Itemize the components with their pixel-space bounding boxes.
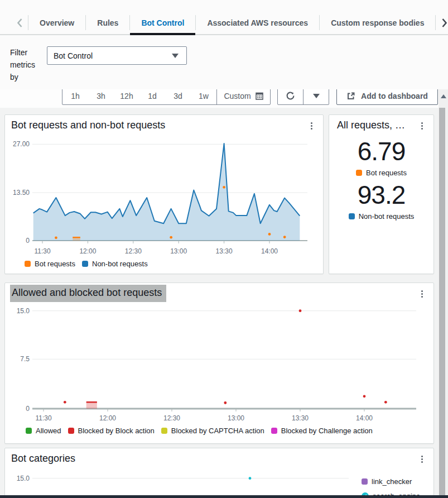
legend-dot — [362, 478, 368, 485]
tab-bot-control[interactable]: Bot Control — [130, 11, 195, 34]
svg-text:11:30: 11:30 — [35, 414, 51, 422]
tab-associated-aws-resources[interactable]: Associated AWS resources — [196, 11, 319, 34]
legend-item-allowed[interactable]: Allowed — [26, 427, 61, 435]
legend-label: Blocked by Challenge action — [281, 427, 373, 435]
stat-nonbot-requests: 93.2 Non-bot requests — [329, 180, 433, 221]
svg-text:12:00: 12:00 — [99, 414, 116, 422]
legend-label: Non-bot requests — [92, 260, 148, 268]
time-range-12h[interactable]: 12h — [114, 92, 139, 100]
legend-dot — [161, 428, 167, 434]
scrollbar-thumb[interactable] — [439, 108, 445, 495]
svg-text:7.5: 7.5 — [20, 355, 30, 363]
calendar-icon — [256, 92, 263, 100]
tab-bar-border — [0, 34, 448, 35]
legend-label: Blocked by Block action — [78, 427, 155, 435]
card-title: Bot requests and non-bot requests — [11, 119, 165, 131]
filter-metrics-label: Filter metrics by — [10, 46, 44, 83]
card-title-highlighted: Allowed and blocked bot requests — [10, 285, 166, 302]
legend-dot — [349, 213, 355, 219]
svg-text:14:00: 14:00 — [356, 414, 373, 422]
tab-custom-response-bodies[interactable]: Custom response bodies — [320, 11, 435, 34]
legend-item-bot-requests[interactable]: Bot requests — [25, 260, 75, 268]
tabs-scroll-left-button[interactable] — [11, 11, 28, 34]
legend-dot — [356, 170, 362, 176]
legend-label: Blocked by CAPTCHA action — [171, 427, 264, 435]
legend-dot — [68, 428, 74, 434]
card-all-requests: All requests, … 6.79 Bot requests 93.2 N… — [329, 114, 434, 274]
svg-text:15.0: 15.0 — [17, 475, 30, 482]
stat-label: Non-bot requests — [359, 212, 415, 221]
chevron-right-icon — [441, 18, 447, 28]
stat-label: Bot requests — [366, 169, 407, 177]
time-range-1h[interactable]: 1h — [62, 92, 88, 100]
vertical-scrollbar — [439, 89, 448, 495]
refresh-icon — [286, 91, 295, 100]
legend-item-link-checker[interactable]: link_checker — [362, 477, 412, 486]
stat-bot-requests: 6.79 Bot requests — [329, 136, 433, 177]
time-range-1d[interactable]: 1d — [139, 92, 165, 100]
card-title: Bot categories — [11, 453, 75, 465]
refresh-options-button[interactable] — [304, 89, 329, 104]
svg-text:13.50: 13.50 — [13, 189, 30, 197]
svg-text:14:00: 14:00 — [261, 247, 278, 255]
stat-legend[interactable]: Bot requests — [329, 169, 433, 177]
svg-text:12:30: 12:30 — [163, 414, 180, 422]
svg-text:0: 0 — [26, 405, 30, 413]
time-range-1w[interactable]: 1w — [191, 92, 216, 100]
legend-label: link_checker — [372, 477, 412, 486]
tab-bar: OverviewRulesBot ControlAssociated AWS r… — [0, 0, 448, 35]
tabs-scroll-right-button[interactable] — [436, 11, 448, 34]
custom-label: Custom — [224, 92, 251, 100]
svg-text:13:30: 13:30 — [216, 247, 233, 255]
svg-text:13:30: 13:30 — [292, 414, 309, 422]
legend-label: Bot requests — [35, 260, 75, 268]
card-menu-button[interactable] — [418, 454, 426, 464]
stat-value: 93.2 — [329, 180, 433, 210]
card-title: All requests, … — [337, 119, 405, 131]
time-range-control: 1h3h12h1d3d1wCustom — [62, 89, 271, 105]
svg-text:0: 0 — [26, 237, 30, 245]
card-menu-button[interactable] — [418, 289, 426, 299]
card-bot-requests: 27.0013.50011:3012:0012:3013:0013:3014:0… — [4, 114, 324, 274]
svg-text:13:00: 13:00 — [170, 247, 187, 255]
card-menu-button[interactable] — [307, 121, 315, 131]
tabs-row: OverviewRulesBot ControlAssociated AWS r… — [11, 11, 448, 34]
card-menu-button[interactable] — [418, 121, 426, 131]
filter-metrics-select[interactable]: Bot Control — [47, 46, 187, 65]
legend-item-blocked-by-block-action[interactable]: Blocked by Block action — [68, 427, 155, 435]
card-bot-categories: 15.0 Bot categories link_checker✓search_… — [4, 448, 434, 498]
tab-rules[interactable]: Rules — [86, 11, 129, 34]
chevron-left-icon — [17, 18, 23, 28]
card-allowed-blocked: 15.07.5011:3012:0012:3013:0013:3014:00 A… — [4, 282, 434, 444]
svg-text:13:00: 13:00 — [228, 414, 244, 422]
stat-value: 6.79 — [329, 136, 433, 166]
time-range-3d[interactable]: 3d — [165, 92, 191, 100]
export-icon — [346, 92, 355, 100]
footer-bar — [0, 495, 448, 498]
add-to-dashboard-button[interactable]: Add to dashboard — [336, 89, 438, 105]
chevron-down-icon — [172, 54, 179, 58]
refresh-button[interactable] — [278, 89, 303, 104]
legend-dot — [26, 428, 32, 434]
legend-item-non-bot-requests[interactable]: Non-bot requests — [82, 260, 148, 268]
svg-text:12:00: 12:00 — [79, 247, 96, 255]
tab-overview[interactable]: Overview — [28, 11, 85, 34]
legend-item-blocked-by-challenge-action[interactable]: Blocked by Challenge action — [271, 427, 373, 435]
refresh-control — [277, 89, 329, 105]
time-range-custom[interactable]: Custom — [217, 92, 270, 100]
time-range-3h[interactable]: 3h — [88, 92, 114, 100]
legend-dot — [271, 428, 277, 434]
legend-dot — [25, 261, 31, 267]
filter-select-value: Bot Control — [54, 51, 172, 60]
svg-text:27.00: 27.00 — [13, 140, 30, 148]
allowed-blocked-chart[interactable]: 15.07.5011:3012:0012:3013:0013:3014:00 — [5, 283, 433, 443]
legend-label: Allowed — [36, 427, 61, 435]
add-to-dashboard-label: Add to dashboard — [361, 92, 428, 100]
legend-item-blocked-by-captcha-action[interactable]: Blocked by CAPTCHA action — [161, 427, 264, 435]
bot-requests-chart[interactable]: 27.0013.50011:3012:0012:3013:0013:3014:0… — [5, 115, 323, 274]
stat-legend[interactable]: Non-bot requests — [329, 212, 433, 221]
scrollbar-up-arrow[interactable] — [441, 94, 446, 98]
legend-dot — [82, 261, 88, 267]
chevron-down-icon — [313, 94, 320, 98]
svg-text:15.0: 15.0 — [17, 307, 30, 315]
